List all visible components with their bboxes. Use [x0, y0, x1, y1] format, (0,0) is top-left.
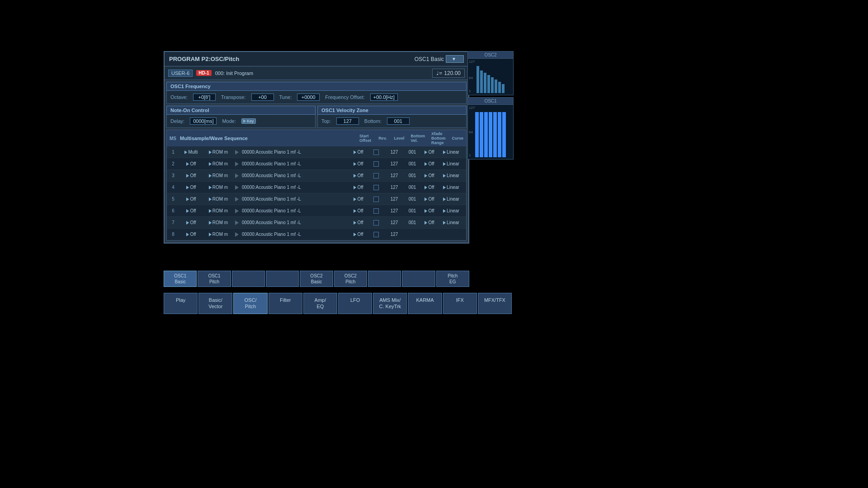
table-row[interactable]: 3OffROM m00000:Acoustic Piano 1 mf -LOff…	[167, 170, 466, 182]
row-checkbox[interactable]	[368, 173, 385, 178]
row-level[interactable]: 127	[385, 173, 404, 178]
row-play[interactable]	[232, 197, 242, 202]
row-play[interactable]	[232, 185, 242, 190]
tab-osc1-basic[interactable]: OSC1Basic	[164, 271, 197, 287]
row-status[interactable]: Off	[178, 232, 205, 237]
row-level[interactable]: 127	[385, 197, 404, 202]
table-row[interactable]: 4OffROM m00000:Acoustic Piano 1 mf -LOff…	[167, 182, 466, 193]
row-bot-vel[interactable]: 001	[404, 220, 421, 225]
row-rev[interactable]: Off	[349, 197, 368, 202]
mode-value[interactable]: Key	[241, 118, 256, 124]
row-checkbox[interactable]	[368, 197, 385, 202]
row-curve[interactable]: Linear	[438, 208, 464, 213]
bottom-value[interactable]: 001	[387, 117, 410, 125]
row-play[interactable]	[232, 162, 242, 166]
nav-play[interactable]: Play	[164, 293, 198, 314]
nav-karma[interactable]: KARMA	[408, 293, 442, 314]
row-play[interactable]	[232, 209, 242, 213]
row-level[interactable]: 127	[385, 150, 404, 155]
row-sample[interactable]: 00000:Acoustic Piano 1 mf -L	[242, 197, 349, 202]
row-rev[interactable]: Off	[349, 150, 368, 155]
row-sample[interactable]: 00000:Acoustic Piano 1 mf -L	[242, 173, 349, 178]
row-checkbox[interactable]	[368, 150, 385, 155]
nav-ams-mix[interactable]: AMS Mix/C. KeyTrk	[373, 293, 407, 314]
row-checkbox[interactable]	[368, 161, 385, 167]
row-bot-vel[interactable]: 001	[404, 197, 421, 202]
delay-value[interactable]: 0000[ms]	[190, 117, 217, 125]
row-bot-vel[interactable]: 001	[404, 161, 421, 166]
row-level[interactable]: 127	[385, 161, 404, 166]
row-rev[interactable]: Off	[349, 232, 368, 237]
row-status[interactable]: Off	[178, 185, 205, 190]
nav-lfo[interactable]: LFO	[338, 293, 372, 314]
nav-mfx-tfx[interactable]: MFX/TFX	[478, 293, 512, 314]
freq-offset-value[interactable]: +00.0[Hz]	[370, 94, 398, 101]
row-rev[interactable]: Off	[349, 208, 368, 213]
row-bank[interactable]: ROM m	[205, 173, 232, 178]
row-curve[interactable]: Linear	[438, 161, 464, 166]
row-curve[interactable]: Linear	[438, 220, 464, 225]
nav-basic-vector[interactable]: Basic/Vector	[198, 293, 232, 314]
row-bot-vel[interactable]: 001	[404, 150, 421, 155]
row-curve[interactable]: Linear	[438, 185, 464, 190]
row-bank[interactable]: ROM m	[205, 150, 232, 155]
nav-osc-pitch[interactable]: OSC/Pitch	[233, 293, 267, 314]
row-sample[interactable]: 00000:Acoustic Piano 1 mf -L	[242, 185, 349, 190]
row-status[interactable]: Multi	[178, 150, 205, 155]
row-xfade[interactable]: Off	[421, 185, 438, 190]
row-bank[interactable]: ROM m	[205, 208, 232, 213]
row-level[interactable]: 127	[385, 232, 404, 237]
tab-osc1-pitch[interactable]: OSC1Pitch	[198, 271, 231, 287]
row-play[interactable]	[232, 232, 242, 237]
transpose-value[interactable]: +00	[251, 94, 274, 101]
row-status[interactable]: Off	[178, 197, 205, 202]
row-xfade[interactable]: Off	[421, 208, 438, 213]
row-curve[interactable]: Linear	[438, 197, 464, 202]
row-checkbox[interactable]	[368, 220, 385, 225]
row-play[interactable]	[232, 221, 242, 225]
row-level[interactable]: 127	[385, 208, 404, 213]
row-bot-vel[interactable]: 001	[404, 208, 421, 213]
row-xfade[interactable]: Off	[421, 173, 438, 178]
tab-pitch-eg[interactable]: PitchEG	[436, 271, 469, 287]
row-xfade[interactable]: Off	[421, 150, 438, 155]
row-status[interactable]: Off	[178, 208, 205, 213]
tab-osc2-basic[interactable]: OSC2Basic	[300, 271, 333, 287]
row-rev[interactable]: Off	[349, 220, 368, 225]
table-row[interactable]: 5OffROM m00000:Acoustic Piano 1 mf -LOff…	[167, 193, 466, 205]
row-status[interactable]: Off	[178, 173, 205, 178]
row-play[interactable]	[232, 174, 242, 178]
row-bank[interactable]: ROM m	[205, 220, 232, 225]
row-xfade[interactable]: Off	[421, 220, 438, 225]
row-bank[interactable]: ROM m	[205, 161, 232, 166]
row-level[interactable]: 127	[385, 220, 404, 225]
tab-osc2-pitch[interactable]: OSC2Pitch	[334, 271, 367, 287]
row-rev[interactable]: Off	[349, 185, 368, 190]
table-row[interactable]: 2OffROM m00000:Acoustic Piano 1 mf -LOff…	[167, 158, 466, 170]
nav-amp-eq[interactable]: Amp/EQ	[303, 293, 337, 314]
row-sample[interactable]: 00000:Acoustic Piano 1 mf -L	[242, 161, 349, 166]
row-checkbox[interactable]	[368, 185, 385, 190]
octave-value[interactable]: +0[8']	[193, 94, 216, 101]
row-checkbox[interactable]	[368, 208, 385, 214]
nav-filter[interactable]: Filter	[269, 293, 302, 314]
row-xfade[interactable]: Off	[421, 197, 438, 202]
row-curve[interactable]: Linear	[438, 150, 464, 155]
row-sample[interactable]: 00000:Acoustic Piano 1 mf -L	[242, 232, 349, 237]
table-row[interactable]: 1MultiROM m00000:Acoustic Piano 1 mf -LO…	[167, 146, 466, 158]
osc-dropdown[interactable]: ▼	[446, 55, 464, 63]
nav-ifx[interactable]: IFX	[443, 293, 477, 314]
row-level[interactable]: 127	[385, 185, 404, 190]
row-play[interactable]	[232, 150, 242, 155]
row-bot-vel[interactable]: 001	[404, 173, 421, 178]
row-sample[interactable]: 00000:Acoustic Piano 1 mf -L	[242, 150, 349, 155]
row-rev[interactable]: Off	[349, 161, 368, 166]
row-sample[interactable]: 00000:Acoustic Piano 1 mf -L	[242, 220, 349, 225]
row-curve[interactable]: Linear	[438, 173, 464, 178]
row-sample[interactable]: 00000:Acoustic Piano 1 mf -L	[242, 208, 349, 213]
table-row[interactable]: 7OffROM m00000:Acoustic Piano 1 mf -LOff…	[167, 217, 466, 229]
row-checkbox[interactable]	[368, 232, 385, 237]
row-bank[interactable]: ROM m	[205, 197, 232, 202]
table-row[interactable]: 8OffROM m00000:Acoustic Piano 1 mf -LOff…	[167, 229, 466, 240]
row-bot-vel[interactable]: 001	[404, 185, 421, 190]
